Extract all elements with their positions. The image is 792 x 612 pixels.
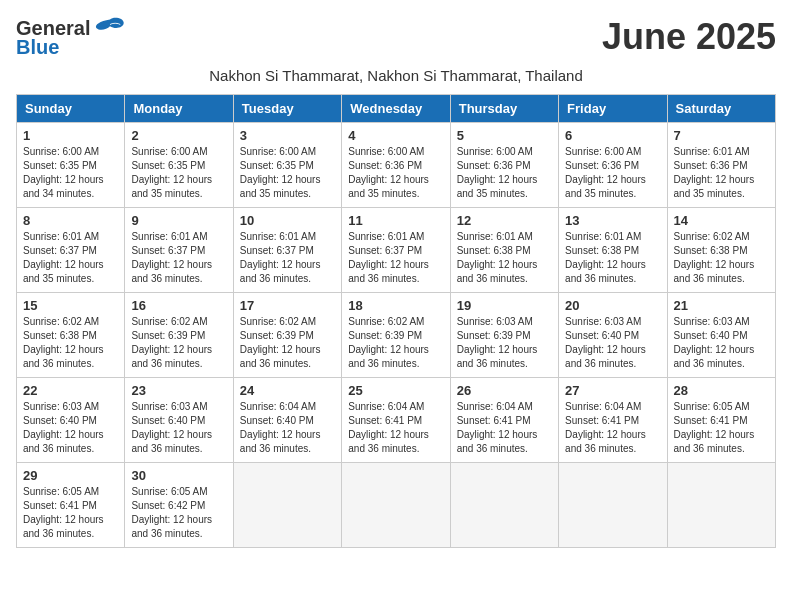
day-cell-30: 30 Sunrise: 6:05 AM Sunset: 6:42 PM Dayl…: [125, 463, 233, 548]
day-cell-22: 22 Sunrise: 6:03 AM Sunset: 6:40 PM Dayl…: [17, 378, 125, 463]
logo-blue-text: Blue: [16, 36, 59, 59]
day-cell-8: 8 Sunrise: 6:01 AM Sunset: 6:37 PM Dayli…: [17, 208, 125, 293]
day-cell-empty: [667, 463, 775, 548]
day-cell-24: 24 Sunrise: 6:04 AM Sunset: 6:40 PM Dayl…: [233, 378, 341, 463]
col-saturday: Saturday: [667, 95, 775, 123]
day-cell-10: 10 Sunrise: 6:01 AM Sunset: 6:37 PM Dayl…: [233, 208, 341, 293]
day-cell-15: 15 Sunrise: 6:02 AM Sunset: 6:38 PM Dayl…: [17, 293, 125, 378]
day-cell-19: 19 Sunrise: 6:03 AM Sunset: 6:39 PM Dayl…: [450, 293, 558, 378]
table-row: 22 Sunrise: 6:03 AM Sunset: 6:40 PM Dayl…: [17, 378, 776, 463]
day-cell-empty: [450, 463, 558, 548]
day-cell-empty: [342, 463, 450, 548]
day-cell-5: 5 Sunrise: 6:00 AM Sunset: 6:36 PM Dayli…: [450, 123, 558, 208]
day-cell-28: 28 Sunrise: 6:05 AM Sunset: 6:41 PM Dayl…: [667, 378, 775, 463]
col-tuesday: Tuesday: [233, 95, 341, 123]
day-cell-1: 1 Sunrise: 6:00 AM Sunset: 6:35 PM Dayli…: [17, 123, 125, 208]
col-wednesday: Wednesday: [342, 95, 450, 123]
day-cell-16: 16 Sunrise: 6:02 AM Sunset: 6:39 PM Dayl…: [125, 293, 233, 378]
calendar-table: Sunday Monday Tuesday Wednesday Thursday…: [16, 94, 776, 548]
day-cell-empty: [559, 463, 667, 548]
month-title: June 2025: [602, 16, 776, 58]
day-cell-13: 13 Sunrise: 6:01 AM Sunset: 6:38 PM Dayl…: [559, 208, 667, 293]
day-cell-26: 26 Sunrise: 6:04 AM Sunset: 6:41 PM Dayl…: [450, 378, 558, 463]
day-cell-17: 17 Sunrise: 6:02 AM Sunset: 6:39 PM Dayl…: [233, 293, 341, 378]
day-cell-6: 6 Sunrise: 6:00 AM Sunset: 6:36 PM Dayli…: [559, 123, 667, 208]
day-cell-9: 9 Sunrise: 6:01 AM Sunset: 6:37 PM Dayli…: [125, 208, 233, 293]
location-title: Nakhon Si Thammarat, Nakhon Si Thammarat…: [16, 67, 776, 84]
day-cell-7: 7 Sunrise: 6:01 AM Sunset: 6:36 PM Dayli…: [667, 123, 775, 208]
day-cell-4: 4 Sunrise: 6:00 AM Sunset: 6:36 PM Dayli…: [342, 123, 450, 208]
day-cell-2: 2 Sunrise: 6:00 AM Sunset: 6:35 PM Dayli…: [125, 123, 233, 208]
day-cell-12: 12 Sunrise: 6:01 AM Sunset: 6:38 PM Dayl…: [450, 208, 558, 293]
table-row: 8 Sunrise: 6:01 AM Sunset: 6:37 PM Dayli…: [17, 208, 776, 293]
day-cell-20: 20 Sunrise: 6:03 AM Sunset: 6:40 PM Dayl…: [559, 293, 667, 378]
day-cell-3: 3 Sunrise: 6:00 AM Sunset: 6:35 PM Dayli…: [233, 123, 341, 208]
day-cell-11: 11 Sunrise: 6:01 AM Sunset: 6:37 PM Dayl…: [342, 208, 450, 293]
day-cell-18: 18 Sunrise: 6:02 AM Sunset: 6:39 PM Dayl…: [342, 293, 450, 378]
day-cell-empty: [233, 463, 341, 548]
col-monday: Monday: [125, 95, 233, 123]
col-sunday: Sunday: [17, 95, 125, 123]
day-cell-14: 14 Sunrise: 6:02 AM Sunset: 6:38 PM Dayl…: [667, 208, 775, 293]
day-cell-23: 23 Sunrise: 6:03 AM Sunset: 6:40 PM Dayl…: [125, 378, 233, 463]
logo: General Blue: [16, 16, 126, 59]
col-thursday: Thursday: [450, 95, 558, 123]
col-friday: Friday: [559, 95, 667, 123]
day-cell-25: 25 Sunrise: 6:04 AM Sunset: 6:41 PM Dayl…: [342, 378, 450, 463]
table-row: 1 Sunrise: 6:00 AM Sunset: 6:35 PM Dayli…: [17, 123, 776, 208]
day-cell-21: 21 Sunrise: 6:03 AM Sunset: 6:40 PM Dayl…: [667, 293, 775, 378]
day-cell-29: 29 Sunrise: 6:05 AM Sunset: 6:41 PM Dayl…: [17, 463, 125, 548]
table-row: 29 Sunrise: 6:05 AM Sunset: 6:41 PM Dayl…: [17, 463, 776, 548]
table-row: 15 Sunrise: 6:02 AM Sunset: 6:38 PM Dayl…: [17, 293, 776, 378]
logo-bird-icon: [94, 16, 126, 40]
day-cell-27: 27 Sunrise: 6:04 AM Sunset: 6:41 PM Dayl…: [559, 378, 667, 463]
